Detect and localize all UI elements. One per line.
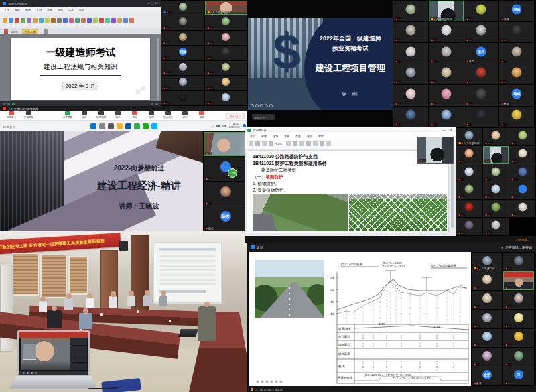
taskbar-weather[interactable]: 22°C 多云 [3,125,15,129]
participant-tile[interactable]: … [456,200,482,217]
toolbar-icon[interactable] [15,18,19,23]
participant-tile[interactable]: … [205,76,248,90]
participant-tile[interactable]: … [499,43,534,64]
menu-item[interactable]: 保护 [307,135,312,138]
menu-item[interactable]: 帮助 [318,135,324,138]
pdf-toolbar[interactable] [0,12,161,28]
toolbar-icon[interactable] [75,18,80,23]
participant-tile[interactable]: … [429,85,464,106]
back-label[interactable]: 返回 [257,245,263,249]
pdf-scrollbar[interactable] [157,38,159,100]
participant-tile[interactable]: … [464,107,499,127]
participant-video-tile[interactable]: 人力资源培训 [429,1,464,21]
participant-tile[interactable]: … [509,182,535,200]
participant-tile[interactable]: … [161,61,204,75]
participant-tile[interactable]: 同修同修 [499,1,534,21]
menu-item[interactable]: 工具 [68,8,74,11]
participant-tile[interactable]: … [393,43,428,64]
menu-item[interactable]: 文档 [36,8,42,11]
taskbar-app-icon[interactable] [134,123,140,129]
toolbar-icon[interactable] [39,18,44,23]
taskbar-app-icon[interactable] [125,123,131,129]
menu-item[interactable]: 表单 [47,8,52,11]
meeting-toolbar-4[interactable]: 邀请 [76,111,93,119]
window-controls[interactable]: ─ □ ✕ [147,1,158,5]
toolbar-icon[interactable] [57,18,62,23]
meeting-toolbar-1[interactable]: 解除静音 [3,111,20,119]
participant-tile[interactable]: … [483,164,509,182]
participant-video-tile[interactable]: 人力资源培训 [205,1,248,15]
participant-tile[interactable]: … [429,64,464,85]
menu-item[interactable]: 帮助 [79,8,84,11]
zoom-level[interactable]: 100% [11,29,17,33]
toolbar-icon[interactable] [3,18,7,23]
participant-tile[interactable]: … [472,310,503,328]
presenter-floating-video[interactable]: … [417,137,454,164]
toolbar-icon[interactable] [129,18,134,23]
participant-tile[interactable]: … [483,200,509,217]
participant-tile[interactable]: … [205,15,248,29]
meeting-toolbar-3[interactable]: 共享屏幕 [59,111,76,119]
participant-tile[interactable]: … [503,329,534,347]
participant-tile[interactable]: R… [503,367,534,385]
menu-item[interactable]: 转换 [58,8,63,11]
participant-tile[interactable]: … [429,107,464,127]
toolbar-icon[interactable] [33,18,38,23]
participant-tile[interactable]: … [503,291,534,309]
participant-tile[interactable]: … [161,76,204,90]
toolbar-icon[interactable] [93,18,98,23]
toolbar-icon[interactable] [99,18,104,23]
participant-tile[interactable]: … [503,310,534,328]
menu-item[interactable]: 开始 [250,135,255,138]
participant-tile[interactable]: … [499,107,534,127]
participant-tile[interactable]: … [464,85,499,106]
toolbar-icon[interactable] [21,18,25,23]
participant-tile[interactable]: … [456,182,482,200]
participant-tile[interactable]: … [472,329,503,347]
pan-icon[interactable] [44,29,48,34]
participant-tile[interactable]: … [393,1,428,21]
participant-tile[interactable]: 人力资源培训 [472,253,503,271]
participant-tile[interactable]: … [472,348,503,366]
participant-tile[interactable]: … [161,91,204,105]
participant-tile[interactable]: … [456,218,482,235]
participant-video-tile[interactable]: … [204,132,247,156]
toolbar-icon[interactable] [45,18,50,23]
toolbar-icon[interactable] [111,18,116,23]
toolbar-icon[interactable] [105,18,110,23]
battery-icon[interactable] [222,125,226,127]
windows-taskbar[interactable]: 22°C 多云 ∧ 16:512022/9/8 [0,121,248,131]
participant-tile[interactable]: … [161,1,204,15]
hand-tool-button[interactable]: 手形工具 [22,29,38,34]
leave-meeting-button[interactable]: 离开会议 [226,113,245,119]
taskbar-icons[interactable] [90,123,157,129]
menu-item[interactable]: 编辑 [15,8,20,11]
doc-zoom-level[interactable]: 200% [275,142,282,145]
meeting-toolbar-8[interactable]: 应用 [143,111,160,119]
taskbar-app-icon[interactable] [108,123,114,129]
window-controls[interactable]: ─ □ ✕ [442,128,453,132]
meeting-toolbar-11[interactable]: 结束 [193,111,210,119]
menu-item[interactable]: 视图 [25,8,31,11]
menu-item[interactable]: 表单 [284,135,289,138]
participant-tile[interactable]: … [472,291,503,309]
toolbar-icon[interactable] [27,18,31,23]
participant-tile[interactable]: … [204,157,247,181]
participant-tile[interactable]: … [483,182,509,200]
participant-tile[interactable]: … [205,61,248,75]
annotation-toolbar[interactable] [251,104,273,107]
participant-tile[interactable]: … [464,64,499,85]
toolbar-icon[interactable] [87,18,92,23]
participant-tile[interactable]: … [205,91,248,105]
taskbar-app-icon[interactable] [117,123,123,129]
toolbar-icon[interactable] [63,18,68,23]
participant-tile[interactable]: … [205,46,248,60]
participant-tile[interactable]: 人力资源培训 [456,128,482,145]
taskbar-app-icon[interactable] [90,123,96,129]
menu-item[interactable]: 文件 [4,8,9,11]
participant-tile[interactable]: … [393,22,428,43]
participant-tile[interactable]: 金浩金浩 [472,367,503,385]
participant-tile[interactable]: … [161,31,204,45]
participant-tile[interactable]: … [393,85,428,106]
meeting-toolbar-9[interactable]: 互动批注 [159,111,177,119]
